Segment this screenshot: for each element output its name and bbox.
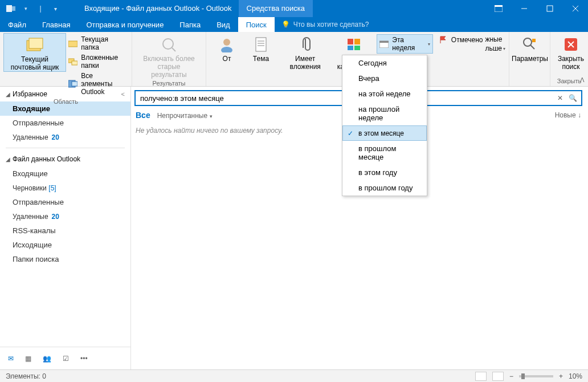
body: ◢Избранное < Входящие Отправленные Удале…	[0, 87, 588, 369]
svg-rect-14	[72, 82, 77, 86]
zoom-in-icon[interactable]: +	[559, 372, 563, 380]
folder-outbox[interactable]: Исходящие	[0, 238, 130, 252]
arrow-down-icon: ↓	[578, 111, 581, 119]
maximize-icon[interactable]	[537, 0, 562, 17]
calendar-nav-icon[interactable]: ▦	[25, 355, 31, 363]
qat-customize-icon[interactable]: ▾	[49, 2, 62, 15]
scope-group-label: Область	[3, 97, 128, 107]
subject-button[interactable]: Тема	[244, 33, 278, 63]
status-elements: Элементы: 0	[6, 372, 46, 380]
dd-yesterday[interactable]: Вчера	[342, 71, 427, 86]
categories-icon	[345, 35, 364, 54]
dd-this-year[interactable]: в этом году	[342, 165, 427, 180]
person-icon	[218, 35, 236, 54]
fav-sent[interactable]: Отправленные	[0, 116, 130, 130]
zoom-out-icon[interactable]: −	[509, 372, 513, 380]
dd-today[interactable]: Сегодня	[342, 55, 427, 71]
tell-me-label: Что вы хотите сделать?	[293, 21, 369, 29]
view-normal-icon[interactable]	[475, 372, 487, 381]
svg-rect-25	[348, 46, 353, 50]
include-older-button: Включать более старые результаты	[136, 33, 202, 79]
calendar-icon	[379, 39, 389, 48]
flag-icon	[439, 35, 448, 44]
ribbon-tabs: Файл Главная Отправка и получение Папка …	[0, 17, 588, 32]
datafile-header[interactable]: ◢Файл данных Outlook	[0, 152, 130, 166]
svg-point-15	[163, 39, 173, 49]
sort-newest[interactable]: Новые ↓	[555, 111, 581, 119]
svg-line-30	[530, 45, 534, 49]
zoom-slider[interactable]	[519, 375, 553, 377]
results-group-label: Результаты	[136, 79, 202, 88]
close-search-button[interactable]: Закрыть поиск	[554, 33, 588, 71]
status-bar: Элементы: 0 − + 10%	[0, 369, 588, 382]
tab-folder[interactable]: Папка	[172, 17, 209, 32]
search-submit-icon[interactable]: 🔍	[566, 94, 579, 102]
check-icon: ✓	[348, 129, 353, 137]
qat-dropdown-icon[interactable]: ▾	[19, 2, 32, 15]
current-folder-button[interactable]: Текущая папка	[66, 34, 128, 52]
flagged-button[interactable]: Отмечено	[436, 34, 485, 46]
search-options-button[interactable]: Параметры	[513, 33, 547, 63]
folder-search[interactable]: Папки поиска	[0, 252, 130, 266]
folder-deleted[interactable]: Удаленные20	[0, 209, 130, 223]
close-icon[interactable]	[562, 0, 588, 17]
minimize-icon[interactable]	[511, 0, 537, 17]
document-icon	[252, 35, 270, 54]
svg-rect-9	[29, 38, 43, 48]
tools-icon	[521, 35, 539, 54]
collapse-ribbon-icon[interactable]: ᐱ	[580, 76, 585, 84]
dd-last-year[interactable]: в прошлом году	[342, 180, 427, 196]
tasks-nav-icon[interactable]: ☑	[63, 355, 69, 363]
tell-me[interactable]: 💡 Что вы хотите сделать?	[275, 17, 376, 32]
fav-deleted[interactable]: Удаленные20	[0, 130, 130, 144]
this-week-button[interactable]: Эта неделя▾	[377, 34, 433, 54]
dd-last-month[interactable]: в прошлом месяце	[342, 141, 427, 165]
mail-nav-icon[interactable]: ✉	[8, 355, 14, 363]
this-week-dropdown: Сегодня Вчера на этой неделе на прошлой …	[342, 55, 427, 196]
folder-inbox[interactable]: Входящие	[0, 166, 130, 181]
caret-down-icon: ◢	[6, 156, 10, 162]
all-outlook-button[interactable]: Все элементы Outlook	[66, 71, 128, 97]
svg-rect-1	[12, 6, 15, 11]
nav-bar: ✉ ▦ 👥 ☑ •••	[0, 347, 130, 369]
svg-rect-28	[379, 41, 389, 43]
from-button[interactable]: От	[210, 33, 244, 63]
svg-rect-24	[354, 39, 360, 44]
svg-rect-10	[68, 41, 77, 47]
current-mailbox-label: Текущий почтовый ящик	[7, 55, 62, 71]
filter-all[interactable]: Все	[136, 111, 150, 120]
tab-view[interactable]: Вид	[209, 17, 238, 32]
svg-rect-5	[547, 6, 553, 11]
more-nav-icon[interactable]: •••	[80, 355, 88, 363]
svg-rect-23	[348, 39, 353, 44]
outlook-icon[interactable]	[5, 2, 17, 15]
dd-this-month[interactable]: ✓в этом месяце	[342, 125, 427, 141]
folder-icon	[68, 39, 77, 48]
dd-last-week[interactable]: на прошлой неделе	[342, 101, 427, 125]
separator	[6, 148, 125, 148]
tab-file[interactable]: Файл	[0, 17, 34, 32]
window-controls	[485, 0, 588, 17]
tab-search[interactable]: Поиск	[238, 17, 275, 32]
subfolders-button[interactable]: Вложенные папки	[66, 52, 128, 71]
folder-drafts[interactable]: Черновики [5]	[0, 181, 130, 195]
svg-line-16	[172, 48, 175, 51]
paperclip-icon	[296, 35, 315, 54]
dd-this-week[interactable]: на этой неделе	[342, 86, 427, 101]
filter-unread[interactable]: Непрочитанные ▾	[157, 111, 213, 120]
has-attachment-button[interactable]: Имеет вложения	[278, 33, 332, 71]
svg-rect-12	[72, 61, 77, 65]
title-bar: ▾ | ▾ Входящие - Файл данных Outlook - O…	[0, 0, 588, 17]
current-mailbox-button[interactable]: Текущий почтовый ящик	[3, 33, 66, 72]
svg-rect-26	[354, 46, 360, 50]
folder-sent[interactable]: Отправленные	[0, 195, 130, 209]
clear-search-icon[interactable]: ✕	[554, 94, 566, 102]
svg-rect-19	[256, 38, 266, 51]
tab-send-receive[interactable]: Отправка и получение	[78, 17, 172, 32]
folder-pane: ◢Избранное < Входящие Отправленные Удале…	[0, 87, 131, 369]
people-nav-icon[interactable]: 👥	[43, 355, 51, 363]
tab-home[interactable]: Главная	[34, 17, 78, 32]
folder-rss[interactable]: RSS-каналы	[0, 223, 130, 238]
view-reading-icon[interactable]	[492, 372, 504, 381]
ribbon-display-icon[interactable]	[485, 0, 511, 17]
